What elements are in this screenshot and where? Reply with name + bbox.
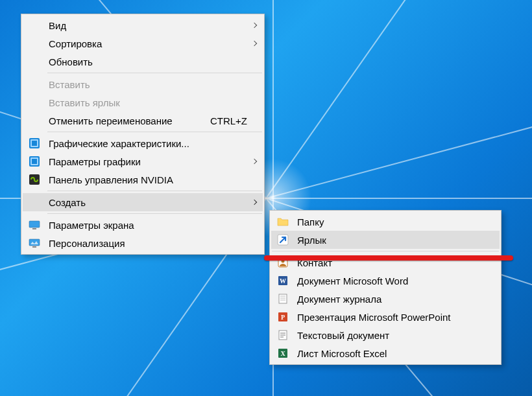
svg-text:X: X <box>280 350 285 357</box>
intel-graphics-icon <box>28 155 41 168</box>
submenu-item-journal[interactable]: Документ журнала <box>271 290 500 308</box>
menu-label: Персонализация <box>49 238 247 249</box>
menu-item-display-settings[interactable]: Параметры экрана <box>23 216 263 234</box>
menu-separator <box>47 132 262 132</box>
shortcut-icon <box>276 233 289 246</box>
chevron-right-icon <box>252 41 257 46</box>
menu-item-graphics-properties[interactable]: Графические характеристики... <box>23 134 263 152</box>
menu-item-sort[interactable]: Сортировка <box>23 34 263 52</box>
menu-label: Презентация Microsoft PowerPoint <box>297 312 484 323</box>
folder-icon <box>276 215 289 228</box>
excel-icon: X <box>276 347 289 360</box>
menu-shortcut: CTRL+Z <box>210 115 247 126</box>
menu-item-graphics-params[interactable]: Параметры графики <box>23 152 263 170</box>
monitor-icon <box>28 218 41 231</box>
desktop-context-menu: Вид Сортировка Обновить Вставить Вставит… <box>21 14 265 255</box>
menu-item-paste: Вставить <box>23 75 263 93</box>
submenu-item-powerpoint[interactable]: P Презентация Microsoft PowerPoint <box>271 308 500 326</box>
menu-separator <box>47 213 262 214</box>
menu-label: Папку <box>297 216 484 227</box>
menu-item-refresh[interactable]: Обновить <box>23 52 263 71</box>
personalize-icon <box>28 237 41 250</box>
menu-label: Вставить ярлык <box>49 97 247 108</box>
submenu-item-word[interactable]: W Документ Microsoft Word <box>271 272 500 290</box>
submenu-item-shortcut[interactable]: Ярлык <box>271 231 500 249</box>
menu-separator <box>47 191 262 191</box>
submenu-item-excel[interactable]: X Лист Microsoft Excel <box>271 344 500 362</box>
menu-separator <box>47 73 262 73</box>
menu-item-view[interactable]: Вид <box>23 16 263 34</box>
menu-label: Параметры экрана <box>49 220 247 231</box>
chevron-right-icon <box>252 159 257 164</box>
svg-rect-8 <box>32 228 36 229</box>
menu-separator <box>272 251 499 251</box>
menu-label: Обновить <box>49 56 247 67</box>
menu-label: Параметры графики <box>49 156 247 167</box>
menu-label: Текстовый документ <box>297 330 484 341</box>
svg-rect-9 <box>29 239 40 246</box>
menu-item-personalize[interactable]: Персонализация <box>23 234 263 252</box>
menu-label: Ярлык <box>297 235 484 246</box>
submenu-item-text[interactable]: Текстовый документ <box>271 326 500 344</box>
menu-item-undo-rename[interactable]: Отменить переименование CTRL+Z <box>23 111 263 130</box>
text-file-icon <box>276 329 289 342</box>
desktop-wallpaper[interactable]: Вид Сортировка Обновить Вставить Вставит… <box>0 0 532 396</box>
intel-graphics-icon <box>28 137 41 150</box>
svg-rect-5 <box>32 159 37 164</box>
menu-label: Лист Microsoft Excel <box>297 348 484 359</box>
new-submenu: Папку Ярлык Контакт W Документ Microsoft… <box>269 210 502 365</box>
menu-label: Панель управления NVIDIA <box>49 174 247 185</box>
nvidia-icon <box>28 173 41 186</box>
svg-text:W: W <box>280 277 286 285</box>
word-icon: W <box>276 274 289 287</box>
svg-text:P: P <box>281 314 285 321</box>
menu-label: Отменить переименование <box>49 115 210 126</box>
svg-rect-16 <box>279 294 287 303</box>
menu-label: Вставить <box>49 79 247 90</box>
menu-label: Сортировка <box>49 38 247 49</box>
menu-item-nvidia[interactable]: Панель управления NVIDIA <box>23 170 263 189</box>
svg-rect-7 <box>29 221 40 227</box>
submenu-item-folder[interactable]: Папку <box>271 213 500 231</box>
powerpoint-icon: P <box>276 310 289 323</box>
menu-label: Вид <box>49 20 247 31</box>
svg-rect-10 <box>32 246 36 248</box>
menu-label: Создать <box>49 197 247 208</box>
annotation-highlight <box>264 255 513 261</box>
menu-item-new[interactable]: Создать <box>23 193 263 211</box>
chevron-right-icon <box>252 23 257 28</box>
svg-rect-2 <box>32 141 37 146</box>
menu-item-paste-shortcut: Вставить ярлык <box>23 93 263 111</box>
menu-label: Документ Microsoft Word <box>297 275 484 286</box>
chevron-right-icon <box>252 200 257 205</box>
menu-label: Документ журнала <box>297 294 484 305</box>
menu-label: Графические характеристики... <box>49 138 247 149</box>
journal-icon <box>276 292 289 305</box>
